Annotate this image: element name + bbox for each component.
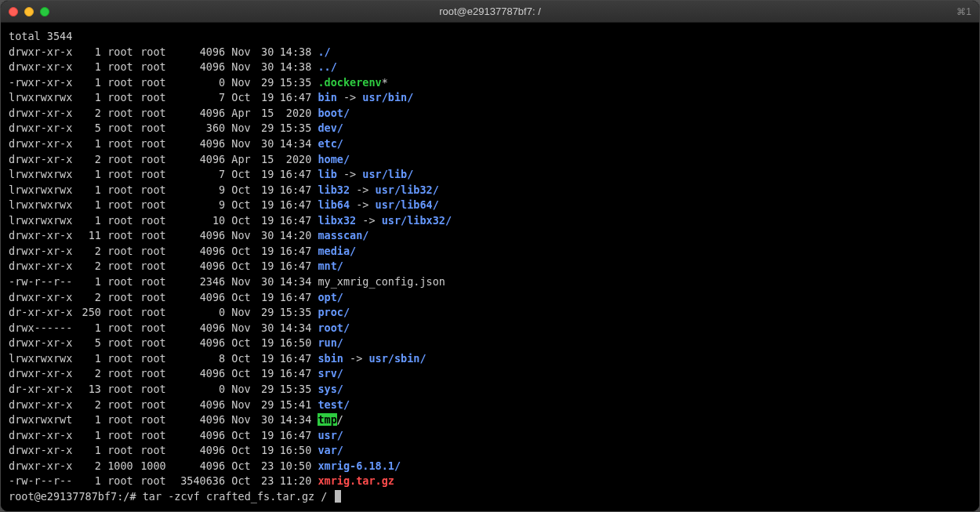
window-title: root@e29137787bf7: / [1,5,979,17]
ls-row: -rw-r--r--1 rootroot3540636 Oct2311:20 x… [9,474,971,489]
cursor [335,490,341,503]
file-name: root/ [318,321,350,334]
file-name: masscan/ [318,229,368,241]
file-name: usr/lib64/ [376,198,439,211]
file-name: ./ [318,45,330,58]
traffic-lights [9,7,49,16]
file-name: run/ [318,336,343,349]
ls-row: drwxr-xr-x1 rootroot4096 Oct1916:47 usr/ [9,428,971,444]
ls-row: drwxr-xr-x1 rootroot4096 Oct1916:50 var/ [9,443,971,459]
file-name: usr/lib/ [362,168,413,180]
file-name: var/ [318,444,343,456]
shell-prompt: root@e29137787bf7:/# [9,490,143,503]
file-name: / [337,413,343,426]
file-name: lib32 [318,183,350,196]
file-name: usr/libx32/ [382,214,452,227]
ls-row: drwxr-xr-x5 rootroot4096 Oct1916:50 run/ [9,336,971,351]
ls-row: dr-xr-xr-x13 rootroot0 Nov2915:35 sys/ [9,382,971,398]
file-name: media/ [318,245,356,257]
ls-row: lrwxrwxrwx1 rootroot9 Oct1916:47 lib32 -… [9,183,971,198]
file-name: boot/ [318,107,350,119]
file-name: tmp [318,413,336,426]
file-name: home/ [318,153,350,165]
close-icon[interactable] [9,7,18,16]
file-name: -> [350,198,376,211]
ls-row: drwx------1 rootroot4096 Nov3014:34 root… [9,321,971,336]
ls-row: dr-xr-xr-x250 rootroot0 Nov2915:35 proc/ [9,305,971,321]
ls-row: lrwxrwxrwx1 rootroot7 Oct1916:47 bin -> … [9,90,971,106]
file-name: usr/bin/ [362,91,413,103]
file-name: -> [337,91,363,103]
ls-row: drwxr-xr-x2 rootroot4096 Oct1916:47 opt/ [9,290,971,306]
titlebar[interactable]: root@e29137787bf7: / ⌘1 [1,1,979,23]
ls-row: drwxr-xr-x2 rootroot4096 Nov2915:41 test… [9,398,971,413]
file-name: opt/ [318,291,343,303]
file-name: xmrig.tar.gz [318,474,394,487]
prompt-line[interactable]: root@e29137787bf7:/# tar -zcvf crafted_f… [9,489,971,505]
ls-row: lrwxrwxrwx1 rootroot8 Oct1916:47 sbin ->… [9,351,971,367]
file-name: mnt/ [318,260,343,272]
ls-row: drwxr-xr-x5 rootroot360 Nov2915:35 dev/ [9,121,971,136]
ls-row: drwxr-xr-x2 100010004096 Oct2310:50 xmri… [9,459,971,474]
file-name: test/ [318,398,350,411]
terminal-window: root@e29137787bf7: / ⌘1 total 3544drwxr-… [0,0,980,512]
file-name: sbin [318,352,343,365]
file-name: -> [350,183,376,196]
minimize-icon[interactable] [24,7,34,16]
file-name: -> [337,168,363,180]
ls-row: lrwxrwxrwx1 rootroot10 Oct1916:47 libx32… [9,213,971,229]
file-name: usr/sbin/ [368,352,426,365]
ls-row: drwxr-xr-x1 rootroot4096 Nov3014:38 ../ [9,60,971,75]
file-name: sys/ [318,383,343,395]
ls-row: drwxr-xr-x2 rootroot4096 Oct1916:47 mnt/ [9,259,971,274]
ls-row: -rw-r--r--1 rootroot2346 Nov3014:34 my_x… [9,274,971,290]
ls-row: drwxr-xr-x11 rootroot4096 Nov3014:20 mas… [9,228,971,244]
ls-row: drwxr-xr-x2 rootroot4096 Apr15 2020 home… [9,152,971,168]
file-name: usr/ [318,429,343,441]
ls-row: lrwxrwxrwx1 rootroot7 Oct1916:47 lib -> … [9,167,971,183]
command-input[interactable]: tar -zcvf crafted_fs.tar.gz / [143,490,334,503]
file-name: lib [318,168,336,180]
file-name: my_xmrig_config.json [318,275,445,288]
file-name: libx32 [318,214,356,227]
ls-row: drwxr-xr-x1 rootroot4096 Nov3014:38 ./ [9,45,971,60]
total-line: total 3544 [9,29,971,45]
file-name: -> [343,352,369,365]
file-name: ../ [318,60,336,73]
file-name: srv/ [318,367,343,379]
file-name: proc/ [318,306,350,318]
terminal-body[interactable]: total 3544drwxr-xr-x1 rootroot4096 Nov30… [1,23,979,511]
file-name: dev/ [318,122,343,134]
ls-row: drwxrwxrwt1 rootroot4096 Nov3014:34 tmp/ [9,412,971,428]
file-name: .dockerenv [318,76,381,89]
file-name: xmrig-6.18.1/ [318,459,401,472]
file-name: etc/ [318,137,343,150]
file-name: * [382,76,388,89]
file-name: usr/lib32/ [376,183,439,196]
file-name: lib64 [318,198,350,211]
ls-row: -rwxr-xr-x1 rootroot0 Nov2915:35 .docker… [9,75,971,91]
ls-row: drwxr-xr-x2 rootroot4096 Oct1916:47 srv/ [9,366,971,382]
ls-row: drwxr-xr-x1 rootroot4096 Nov3014:34 etc/ [9,136,971,152]
window-shortcut-hint: ⌘1 [956,6,971,17]
ls-row: drwxr-xr-x2 rootroot4096 Apr15 2020 boot… [9,106,971,122]
ls-row: drwxr-xr-x2 rootroot4096 Oct1916:47 medi… [9,244,971,260]
zoom-icon[interactable] [40,7,49,16]
file-name: bin [318,91,336,103]
ls-row: lrwxrwxrwx1 rootroot9 Oct1916:47 lib64 -… [9,198,971,213]
file-name: -> [356,214,382,227]
